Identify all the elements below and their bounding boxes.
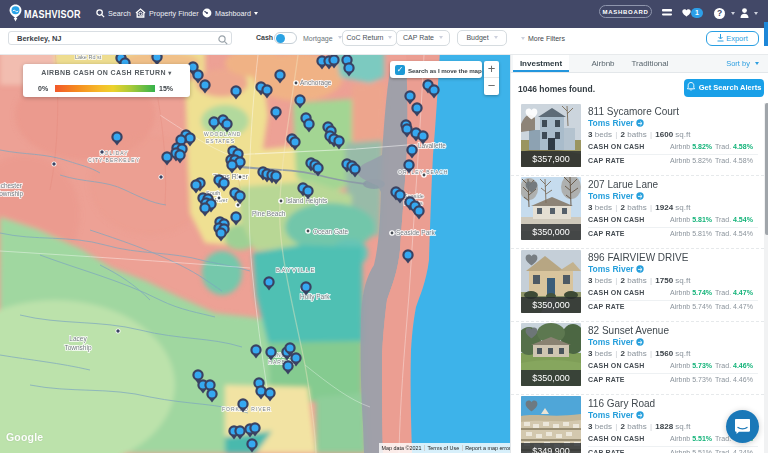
svg-text:Lake Rd st: Lake Rd st [75,55,102,60]
svg-text:Holly Park: Holly Park [300,293,330,301]
svg-text:Township: Township [64,344,91,352]
svg-text:Manchester: Manchester [0,182,23,189]
svg-text:Township: Township [0,190,23,198]
svg-text:WOODLAND: WOODLAND [204,131,241,137]
svg-text:Pine Beach: Pine Beach [252,210,286,217]
svg-text:ESTATES: ESTATES [206,138,235,144]
svg-text:CITY-BERKELEY: CITY-BERKELEY [88,157,140,163]
svg-text:BAYVILLE: BAYVILLE [276,267,316,273]
svg-text:Ocean Gate: Ocean Gate [313,228,348,235]
svg-text:Seaside Park: Seaside Park [396,229,435,236]
svg-text:Lacey: Lacey [69,335,87,343]
svg-text:Anchorage: Anchorage [300,79,332,87]
